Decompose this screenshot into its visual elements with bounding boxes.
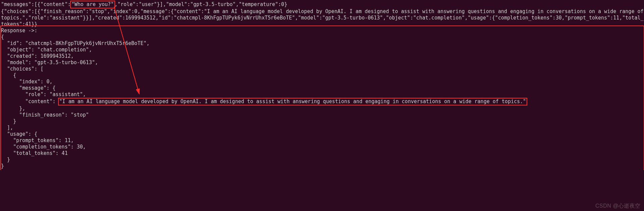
json-model: "model": "gpt-3.5-turbo-0613", xyxy=(1,59,98,66)
json-completion-tokens: "completion_tokens": 30, xyxy=(1,144,86,150)
json-created: "created": 1699943512, xyxy=(1,53,74,59)
json-prompt-tokens: "prompt_tokens": 11, xyxy=(1,137,74,143)
json-content-line: "content": "I am an AI language model de… xyxy=(1,98,527,104)
json-finish-reason: "finish_reason": "stop" xyxy=(1,112,89,118)
response-header: Response ->: xyxy=(1,28,37,34)
json-total-tokens: "total_tokens": 41 xyxy=(1,150,68,156)
json-role: "role": "assistant", xyxy=(1,91,86,97)
json-choices-close: ], xyxy=(1,125,13,131)
request-line: "messages":[{"content":"Who are you?","r… xyxy=(1,1,287,7)
json-index: "index": 0, xyxy=(1,79,53,85)
json-choice-open: { xyxy=(1,72,16,78)
raw-response-line: {"choices":[{"finish_reason":"stop","ind… xyxy=(1,8,644,27)
json-choices-open: "choices": [ xyxy=(1,66,43,72)
json-message-close: }, xyxy=(1,106,25,112)
json-close: } xyxy=(1,163,4,169)
json-usage-close: } xyxy=(1,157,10,163)
request-highlight: "Who are you?" xyxy=(70,1,115,8)
json-usage-open: "usage": { xyxy=(1,131,37,137)
json-id: "id": "chatcmpl-8KhFgpTUPyk6jvNrrUhxT5r6… xyxy=(1,40,150,46)
json-choice-close: } xyxy=(1,118,16,124)
json-object: "object": "chat.completion", xyxy=(1,47,92,53)
response-content-highlight: "I am an AI language model developed by … xyxy=(58,98,528,106)
terminal-output[interactable]: "messages":[{"content":"Who are you?","r… xyxy=(1,1,644,169)
json-open: { xyxy=(1,34,4,40)
json-message-open: "message": { xyxy=(1,85,56,91)
